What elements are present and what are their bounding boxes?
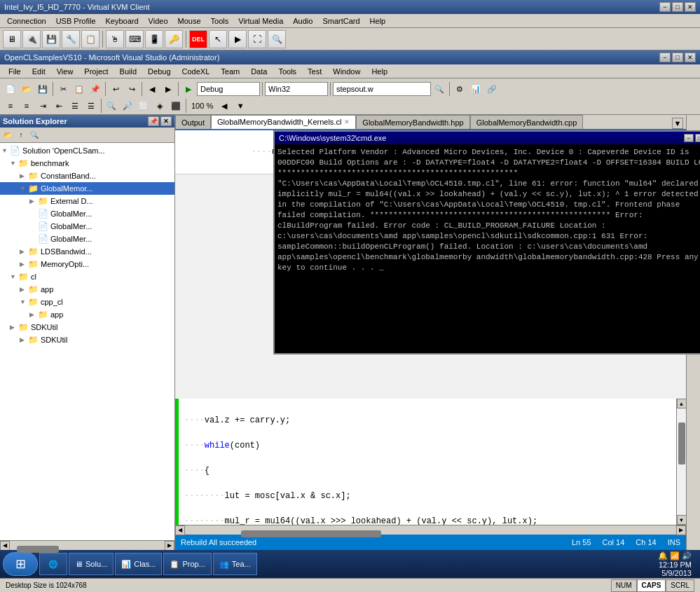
vs-menu-codexl[interactable]: CodeXL bbox=[177, 66, 216, 77]
kvm-tool-10[interactable]: ↖ bbox=[209, 30, 227, 48]
vs-menu-edit[interactable]: Edit bbox=[27, 66, 51, 77]
kvm-tool-del[interactable]: DEL bbox=[189, 30, 207, 48]
kvm-menu-smartcard[interactable]: SmartCard bbox=[318, 15, 364, 27]
vs-tool2-9[interactable]: ⬜ bbox=[136, 98, 151, 113]
tree-item-globalmer2[interactable]: 📄 GlobalMer... bbox=[0, 220, 174, 233]
tree-item-ldsbandwid[interactable]: ▶ 📁 LDSBandwid... bbox=[0, 245, 174, 258]
vs-tool2-2[interactable]: ≡ bbox=[19, 98, 34, 113]
scroll-thumb[interactable] bbox=[678, 422, 685, 464]
tree-item-memoryopti[interactable]: ▶ 📁 MemoryOpti... bbox=[0, 258, 174, 270]
tree-item-constantband[interactable]: ▶ 📁 ConstantBand... bbox=[0, 170, 174, 182]
kvm-menu-help[interactable]: Help bbox=[366, 15, 390, 27]
kvm-tool-11[interactable]: ▶ bbox=[228, 30, 247, 48]
vs-menu-debug[interactable]: Debug bbox=[142, 66, 176, 77]
kvm-menu-usbprofile[interactable]: USB Profile bbox=[52, 15, 100, 27]
kvm-tool-2[interactable]: 🔌 bbox=[22, 30, 41, 48]
vs-tool-paste[interactable]: 📌 bbox=[88, 81, 103, 97]
vs-minimize-button[interactable]: − bbox=[659, 53, 671, 62]
vs-close-button[interactable]: ✕ bbox=[685, 53, 696, 62]
kvm-tool-12[interactable]: ⛶ bbox=[248, 30, 266, 48]
vs-menu-team[interactable]: Team bbox=[215, 66, 245, 77]
kvm-tool-5[interactable]: 📋 bbox=[81, 30, 99, 48]
code-scroll-left[interactable]: ◀ bbox=[175, 525, 185, 535]
cmd-maximize-button[interactable]: □ bbox=[695, 134, 700, 142]
vs-tool2-4[interactable]: ⇤ bbox=[51, 98, 67, 113]
vs-tool-search-go[interactable]: 🔍 bbox=[432, 81, 447, 97]
kvm-menu-video[interactable]: Video bbox=[144, 15, 172, 27]
tab-hpp[interactable]: GlobalMemoryBandwidth.hpp bbox=[356, 115, 469, 129]
kvm-tool-1[interactable]: 🖥 bbox=[3, 30, 21, 48]
tab-kernels[interactable]: GlobalMemoryBandwidth_Kernels.cl ✕ bbox=[211, 115, 356, 129]
code-h-scrollbar[interactable]: ◀ ▶ bbox=[175, 525, 686, 535]
cmd-content[interactable]: Selected Platform Vendor : Advanced Micr… bbox=[275, 144, 700, 353]
scroll-left-btn[interactable]: ◀ bbox=[0, 541, 10, 551]
tab-cpp[interactable]: GlobalMemoryBandwidth.cpp bbox=[470, 115, 584, 129]
vs-tool2-11[interactable]: ⬛ bbox=[168, 98, 184, 113]
code-v-scrollbar[interactable]: ▲ ▼ bbox=[676, 399, 686, 525]
start-button[interactable]: ⊞ bbox=[3, 552, 38, 576]
sol-tool-2[interactable]: ↑ bbox=[15, 129, 27, 142]
tab-output[interactable]: Output bbox=[175, 115, 211, 129]
vs-tool2-7[interactable]: 🔍 bbox=[104, 98, 119, 113]
vs-debug-dropdown[interactable]: Debug bbox=[197, 82, 260, 96]
kvm-tool-8[interactable]: 📱 bbox=[145, 30, 163, 48]
vs-tool-more3[interactable]: 🔗 bbox=[484, 81, 500, 97]
vs-menu-file[interactable]: File bbox=[3, 66, 27, 77]
code-scroll-right[interactable]: ▶ bbox=[676, 525, 686, 535]
tree-item-externald[interactable]: ▶ 📁 External D... bbox=[0, 195, 174, 207]
kvm-tool-4[interactable]: 🔧 bbox=[62, 30, 80, 48]
kvm-tool-6[interactable]: 🖱 bbox=[106, 30, 124, 48]
vs-tool2-1[interactable]: ≡ bbox=[3, 98, 18, 113]
taskbar-tea-btn[interactable]: 👥 Tea... bbox=[213, 553, 257, 575]
vs-tool-save[interactable]: 💾 bbox=[35, 81, 50, 97]
vs-tool-forward[interactable]: ▶ bbox=[160, 81, 176, 97]
vs-zoom-back[interactable]: ◀ bbox=[217, 98, 232, 113]
taskbar-ie-btn[interactable]: 🌐 bbox=[39, 553, 67, 575]
tab-scroll-btn[interactable]: ▼ bbox=[672, 118, 683, 129]
vs-tool-more2[interactable]: 📊 bbox=[468, 81, 483, 97]
vs-tool-undo[interactable]: ↩ bbox=[108, 81, 123, 97]
solution-h-scrollbar[interactable]: ◀ ▶ bbox=[0, 540, 174, 550]
vs-menu-tools[interactable]: Tools bbox=[273, 66, 302, 77]
kvm-menu-keyboard[interactable]: Keyboard bbox=[102, 15, 143, 27]
vs-maximize-button[interactable]: □ bbox=[672, 53, 683, 62]
scroll-down-btn[interactable]: ▼ bbox=[677, 515, 687, 525]
scroll-up-btn[interactable]: ▲ bbox=[677, 399, 687, 408]
tree-item-cpp-cl[interactable]: ▼ 📁 cpp_cl bbox=[0, 296, 174, 308]
vs-menu-view[interactable]: View bbox=[51, 66, 79, 77]
taskbar-solu-btn[interactable]: 🖥 Solu... bbox=[69, 553, 114, 575]
tree-item-globalmemor[interactable]: ▼ 📁 GlobalMemor... bbox=[0, 182, 174, 195]
vs-menu-project[interactable]: Project bbox=[78, 66, 114, 77]
vs-tool2-10[interactable]: ◈ bbox=[152, 98, 167, 113]
vs-platform-dropdown[interactable]: Win32 bbox=[265, 82, 328, 96]
panel-close-btn[interactable]: ✕ bbox=[160, 116, 172, 126]
scroll-right-btn[interactable]: ▶ bbox=[165, 541, 174, 551]
tab-kernels-close[interactable]: ✕ bbox=[344, 118, 350, 125]
vs-tool-new[interactable]: 📄 bbox=[3, 81, 18, 97]
vs-tool-more1[interactable]: ⚙ bbox=[452, 81, 467, 97]
tree-item-solution[interactable]: ▼ 📄 Solution 'OpenCLSam... bbox=[0, 144, 174, 157]
kvm-tool-7[interactable]: ⌨ bbox=[125, 30, 144, 48]
vs-tool2-5[interactable]: ☰ bbox=[67, 98, 83, 113]
vs-menu-help[interactable]: Help bbox=[366, 66, 393, 77]
tree-item-app2[interactable]: ▶ 📁 app bbox=[0, 308, 174, 321]
cmd-minimize-button[interactable]: − bbox=[684, 134, 694, 142]
vs-menu-test[interactable]: Test bbox=[302, 66, 327, 77]
vs-menu-window[interactable]: Window bbox=[327, 66, 366, 77]
kvm-tool-13[interactable]: 🔍 bbox=[268, 30, 286, 48]
kvm-close-button[interactable]: ✕ bbox=[685, 2, 696, 12]
sol-tool-3[interactable]: 🔍 bbox=[28, 129, 41, 142]
kvm-tool-9[interactable]: 🔑 bbox=[165, 30, 183, 48]
sol-tool-1[interactable]: 📂 bbox=[1, 129, 14, 142]
panel-pin-button[interactable]: 📌 bbox=[148, 116, 159, 126]
code-editor[interactable]: ····val.z += carry.y; ····while(cont) ··… bbox=[175, 399, 686, 525]
kvm-menu-mouse[interactable]: Mouse bbox=[174, 15, 205, 27]
kvm-tool-3[interactable]: 💾 bbox=[42, 30, 60, 48]
vs-menu-build[interactable]: Build bbox=[114, 66, 142, 77]
vs-menu-data[interactable]: Data bbox=[245, 66, 273, 77]
vs-tool-start[interactable]: ▶ bbox=[181, 81, 196, 97]
taskbar-clas-btn[interactable]: 📊 Clas... bbox=[115, 553, 162, 575]
vs-tool-cut[interactable]: ✂ bbox=[55, 81, 71, 97]
vs-tool2-3[interactable]: ⇥ bbox=[35, 98, 50, 113]
kvm-menu-connection[interactable]: Connection bbox=[3, 15, 50, 27]
